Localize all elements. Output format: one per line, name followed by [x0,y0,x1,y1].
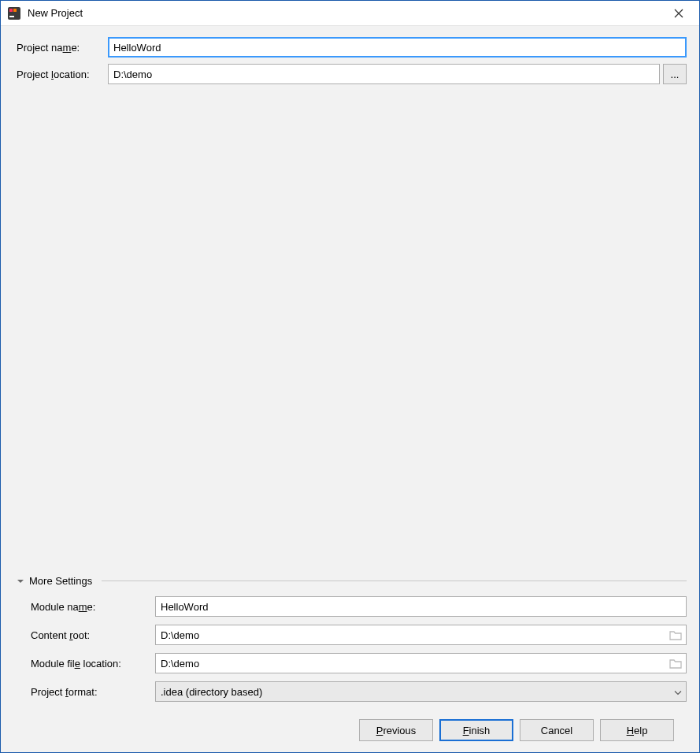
svg-rect-2 [13,9,17,12]
collapse-arrow-icon[interactable] [17,577,24,585]
project-format-value: .idea (directory based) [155,681,687,702]
project-name-row: Project name: [17,37,687,57]
previous-button[interactable]: Previous [359,719,433,741]
project-name-input[interactable] [108,37,687,57]
help-button[interactable]: Help [600,719,674,741]
more-settings-header[interactable]: More Settings [17,575,687,587]
svg-rect-3 [9,16,14,17]
content-root-row: Content root: [31,625,687,645]
intellij-icon [7,6,21,20]
more-settings-panel: Module name: Content root: Module file l… [17,596,687,710]
browse-location-button[interactable]: ... [663,64,687,84]
folder-icon[interactable] [669,658,682,669]
module-file-location-input[interactable] [155,653,687,673]
project-format-label: Project format: [31,686,155,698]
project-location-label: Project location: [17,69,108,80]
svg-rect-1 [9,9,13,12]
finish-button[interactable]: Finish [439,719,513,741]
dialog-content: Project name: Project location: ... More… [1,26,699,752]
divider [102,581,687,581]
project-location-input[interactable] [108,64,660,84]
content-root-label: Content root: [31,629,155,641]
project-location-row: Project location: ... [17,64,687,84]
more-settings-label: More Settings [29,575,92,587]
project-format-select[interactable]: .idea (directory based) [155,681,687,702]
close-button[interactable] [663,2,694,25]
spacer [17,91,687,575]
folder-icon[interactable] [669,629,682,640]
cancel-button[interactable]: Cancel [520,719,594,741]
module-name-label: Module name: [31,601,155,613]
module-file-location-row: Module file location: [31,653,687,673]
dialog-title: New Project [28,7,663,19]
module-file-location-label: Module file location: [31,658,155,670]
button-bar: Previous Finish Cancel Help [17,710,687,752]
content-root-input[interactable] [155,625,687,645]
project-format-row: Project format: .idea (directory based) [31,681,687,702]
module-name-input[interactable] [155,596,687,617]
module-name-row: Module name: [31,596,687,617]
new-project-dialog: New Project Project name: Project locati… [0,0,700,753]
project-name-label: Project name: [17,42,108,54]
titlebar: New Project [1,1,699,26]
